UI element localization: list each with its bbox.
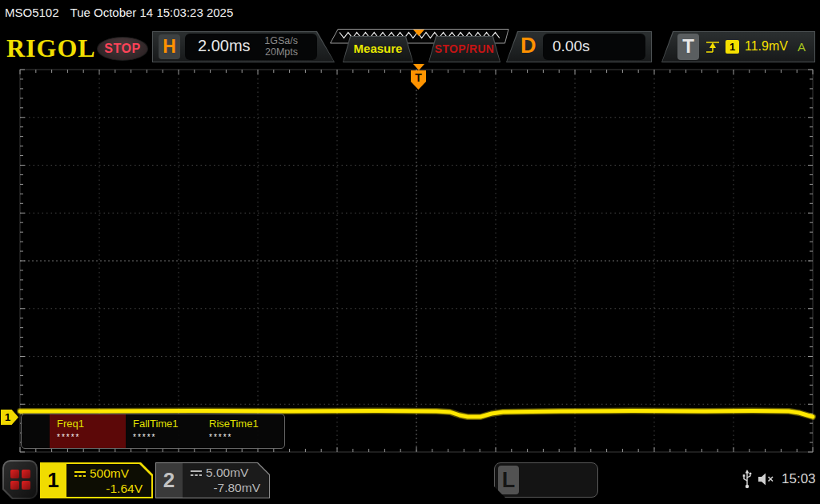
trigger-source-badge: 1 [726, 40, 739, 54]
model-label: MSO5102 [5, 6, 59, 19]
channel2-panel[interactable]: 2 5.00mV -7.80mV [155, 462, 270, 498]
measurement-label: RiseTime1 [209, 418, 278, 430]
trigger-level-value: 11.9mV [745, 39, 788, 54]
measurement-label: Freq1 [57, 418, 126, 430]
stop-run-button-label: STOP/RUN [428, 36, 500, 62]
measurement-value: ***** [57, 433, 126, 442]
measurement-value: ***** [209, 433, 278, 442]
channel1-offset: -1.64V [106, 482, 143, 496]
menu-grid-button[interactable] [2, 460, 38, 499]
channel2-number: 2 [155, 462, 183, 498]
channel2-scale: 5.00mV [206, 466, 248, 480]
panel-bg: 500mV -1.64V [66, 464, 151, 497]
measurement-cell-risetime1[interactable]: RiseTime1 ***** [202, 414, 278, 448]
channel1-scale: 500mV [90, 466, 129, 481]
measurement-cell-freq1[interactable]: Freq1 ***** [50, 414, 126, 448]
dc-coupling-icon [74, 470, 86, 478]
horizontal-values-box: 2.00ms 1GSa/s 20Mpts [185, 34, 317, 60]
measurement-label: FallTime1 [133, 418, 202, 430]
usb-icon [742, 469, 753, 490]
rigol-logo: RIGOL [6, 34, 96, 63]
trigger-label: T [677, 34, 699, 60]
dc-coupling-icon [190, 469, 203, 477]
rising-edge-icon [705, 38, 721, 54]
trigger-panel[interactable]: T 1 11.9mV A [661, 31, 815, 62]
status-bar: MSO5102 Tue October 14 15:03:23 2025 [5, 6, 233, 19]
measurement-value: ***** [133, 433, 202, 442]
oscilloscope-screen: MSO5102 Tue October 14 15:03:23 2025 RIG… [0, 0, 820, 504]
delay-values-box: 0.00s [543, 34, 645, 60]
measurements-panel: Freq1 ***** FallTime1 ***** RiseTime1 **… [21, 414, 285, 449]
clock: 15:03 [782, 471, 816, 487]
trigger-sweep-mode: A [798, 40, 806, 54]
stop-run-button[interactable]: STOP/RUN [428, 36, 500, 62]
delay-label: D [521, 34, 537, 58]
delay-panel[interactable]: D 0.00s [506, 31, 652, 62]
channel1-number: 1 [40, 462, 66, 498]
horizontal-panel[interactable]: H 2.00ms 1GSa/s 20Mpts [152, 31, 335, 62]
acquisition-info: 1GSa/s 20Mpts [264, 35, 298, 58]
logic-analyzer-panel[interactable]: L 0 1 2 3 4 5 6 7 8 9 1011 12131415 [494, 462, 598, 498]
speaker-muted-icon[interactable] [758, 472, 777, 486]
logic-label: L [498, 466, 519, 494]
measure-button[interactable]: Measure [343, 36, 413, 62]
sample-rate: 1GSa/s [264, 35, 298, 46]
grid-squares-icon [4, 462, 36, 498]
trigger-position-arrow-icon[interactable] [413, 64, 424, 70]
datetime-label: Tue October 14 15:03:23 2025 [70, 6, 234, 19]
run-state-badge: STOP [97, 37, 148, 61]
channel2-offset: -7.80mV [213, 481, 260, 495]
channel1-panel[interactable]: 1 500mV -1.64V [40, 462, 153, 498]
timebase-value: 2.00ms [198, 37, 251, 55]
measure-button-label: Measure [343, 36, 413, 62]
delay-value: 0.00s [553, 38, 589, 55]
horizontal-label: H [159, 34, 180, 59]
panel-bg: 5.00mV -7.80mV [183, 463, 269, 498]
memory-depth: 20Mpts [264, 46, 298, 58]
measurement-cell-falltime1[interactable]: FallTime1 ***** [126, 414, 202, 448]
